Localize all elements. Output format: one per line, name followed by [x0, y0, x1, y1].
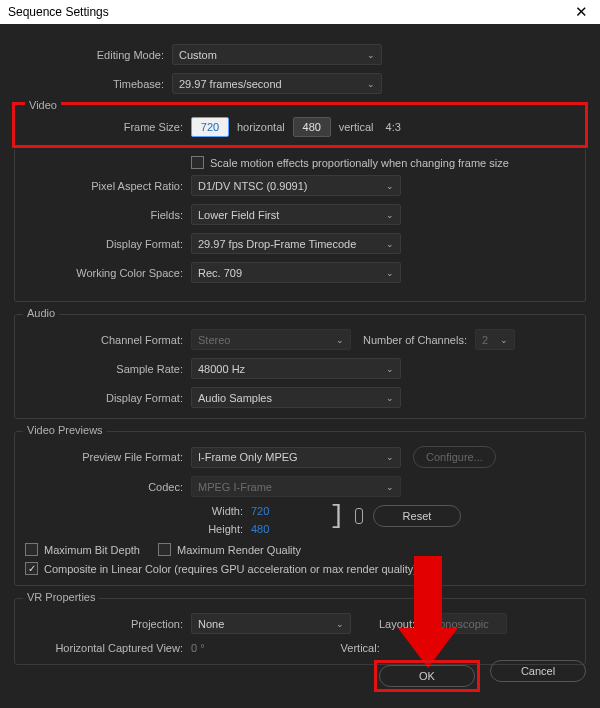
- wcs-label: Working Color Space:: [25, 267, 191, 279]
- frame-size-label: Frame Size:: [25, 121, 191, 133]
- video-legend: Video: [25, 99, 61, 111]
- timebase-value: 29.97 frames/second: [179, 78, 282, 90]
- chfmt-label: Channel Format:: [25, 334, 191, 346]
- window-title: Sequence Settings: [8, 5, 109, 19]
- preview-height-label: Height:: [191, 523, 251, 535]
- ok-button[interactable]: OK: [379, 665, 475, 687]
- configure-button: Configure...: [413, 446, 496, 468]
- max-render-quality-label: Maximum Render Quality: [177, 544, 301, 556]
- frame-height-input[interactable]: 480: [293, 117, 331, 137]
- chevron-down-icon: ⌄: [386, 239, 394, 249]
- previews-legend: Video Previews: [23, 424, 107, 436]
- link-icon[interactable]: [355, 508, 363, 524]
- par-label: Pixel Aspect Ratio:: [25, 180, 191, 192]
- cancel-button[interactable]: Cancel: [490, 660, 586, 682]
- chfmt-select: Stereo⌄: [191, 329, 351, 350]
- chevron-down-icon: ⌄: [367, 50, 375, 60]
- preview-width-value[interactable]: 720: [251, 505, 269, 517]
- chevron-down-icon: ⌄: [500, 335, 508, 345]
- wcs-select[interactable]: Rec. 709⌄: [191, 262, 401, 283]
- chevron-down-icon: ⌄: [386, 393, 394, 403]
- chevron-down-icon: ⌄: [386, 181, 394, 191]
- titlebar: Sequence Settings ✕: [0, 0, 600, 24]
- close-icon[interactable]: ✕: [571, 3, 592, 21]
- numch-select: 2⌄: [475, 329, 515, 350]
- layout-select: Monoscopic: [423, 613, 507, 634]
- vr-legend: VR Properties: [23, 591, 99, 603]
- chevron-down-icon: ⌄: [336, 335, 344, 345]
- vertical-label: vertical: [339, 121, 374, 133]
- vr-group: VR Properties Projection: None⌄ Layout: …: [14, 598, 586, 665]
- max-bit-depth-label: Maximum Bit Depth: [44, 544, 140, 556]
- video-group-top: Video Frame Size: 720 horizontal 480 ver…: [17, 107, 583, 143]
- srate-label: Sample Rate:: [25, 363, 191, 375]
- max-render-quality-checkbox[interactable]: [158, 543, 171, 556]
- bracket-icon: ]: [329, 507, 345, 525]
- frame-width-input[interactable]: 720: [191, 117, 229, 137]
- layout-label: Layout:: [379, 618, 415, 630]
- scale-effects-label: Scale motion effects proportionally when…: [210, 157, 509, 169]
- content-area: Editing Mode: Custom ⌄ Timebase: 29.97 f…: [0, 24, 600, 665]
- scale-effects-checkbox[interactable]: [191, 156, 204, 169]
- footer-buttons: OK Cancel: [374, 660, 586, 692]
- composite-linear-label: Composite in Linear Color (requires GPU …: [44, 563, 417, 575]
- max-bit-depth-checkbox[interactable]: [25, 543, 38, 556]
- chevron-down-icon: ⌄: [367, 79, 375, 89]
- composite-linear-checkbox[interactable]: ✓: [25, 562, 38, 575]
- audio-dispfmt-select[interactable]: Audio Samples⌄: [191, 387, 401, 408]
- chevron-down-icon: ⌄: [386, 364, 394, 374]
- audio-group: Audio Channel Format: Stereo⌄ Number of …: [14, 314, 586, 419]
- audio-dispfmt-label: Display Format:: [25, 392, 191, 404]
- editing-mode-value: Custom: [179, 49, 217, 61]
- vertical-label-vr: Vertical:: [341, 642, 380, 654]
- chevron-down-icon: ⌄: [336, 619, 344, 629]
- numch-label: Number of Channels:: [363, 334, 467, 346]
- srate-select[interactable]: 48000 Hz⌄: [191, 358, 401, 379]
- pff-label: Preview File Format:: [25, 451, 191, 463]
- fields-select[interactable]: Lower Field First⌄: [191, 204, 401, 225]
- highlight-frame-video: Video Frame Size: 720 horizontal 480 ver…: [12, 102, 588, 148]
- timebase-label: Timebase:: [6, 78, 172, 90]
- preview-width-label: Width:: [191, 505, 251, 517]
- codec-select: MPEG I-Frame⌄: [191, 476, 401, 497]
- editing-mode-label: Editing Mode:: [6, 49, 172, 61]
- pff-select[interactable]: I-Frame Only MPEG⌄: [191, 447, 401, 468]
- par-select[interactable]: D1/DV NTSC (0.9091)⌄: [191, 175, 401, 196]
- projection-select[interactable]: None⌄: [191, 613, 351, 634]
- projection-label: Projection:: [25, 618, 191, 630]
- hcv-label: Horizontal Captured View:: [25, 642, 191, 654]
- timebase-select[interactable]: 29.97 frames/second ⌄: [172, 73, 382, 94]
- fields-label: Fields:: [25, 209, 191, 221]
- video-dispfmt-label: Display Format:: [25, 238, 191, 250]
- aspect-ratio-text: 4:3: [386, 121, 401, 133]
- chevron-down-icon: ⌄: [386, 482, 394, 492]
- editing-mode-select[interactable]: Custom ⌄: [172, 44, 382, 65]
- hcv-value: 0 °: [191, 642, 205, 654]
- audio-legend: Audio: [23, 307, 59, 319]
- preview-height-value[interactable]: 480: [251, 523, 269, 535]
- highlight-frame-ok: OK: [374, 660, 480, 692]
- video-dispfmt-select[interactable]: 29.97 fps Drop-Frame Timecode⌄: [191, 233, 401, 254]
- previews-group: Video Previews Preview File Format: I-Fr…: [14, 431, 586, 586]
- chevron-down-icon: ⌄: [386, 210, 394, 220]
- horizontal-label: horizontal: [237, 121, 285, 133]
- chevron-down-icon: ⌄: [386, 268, 394, 278]
- codec-label: Codec:: [25, 481, 191, 493]
- chevron-down-icon: ⌄: [386, 452, 394, 462]
- video-group: Scale motion effects proportionally when…: [14, 148, 586, 302]
- reset-button[interactable]: Reset: [373, 505, 461, 527]
